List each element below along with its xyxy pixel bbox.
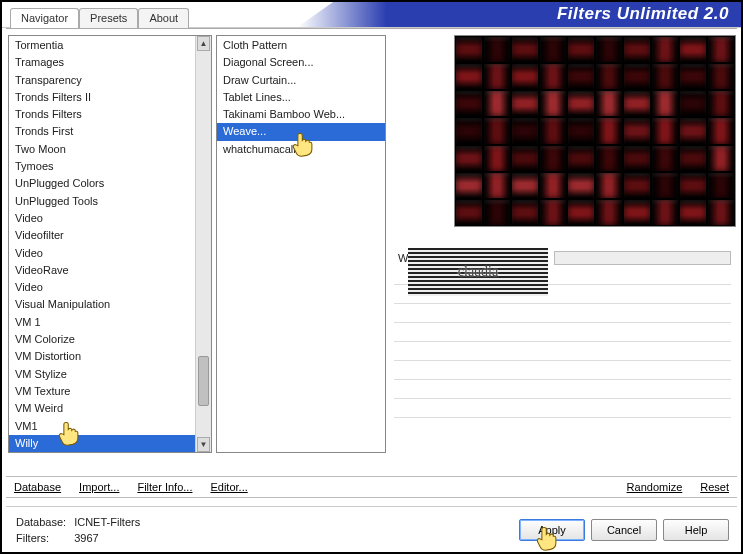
list-item[interactable]: Tablet Lines... xyxy=(217,89,385,106)
footer-info: Database: ICNET-Filters Filters: 3967 xyxy=(14,513,142,547)
reset-link[interactable]: Reset xyxy=(700,481,729,493)
slider-row-empty xyxy=(394,325,731,343)
footer-bar: Database: ICNET-Filters Filters: 3967 Ap… xyxy=(6,506,737,552)
scroll-down-icon[interactable]: ▼ xyxy=(197,437,210,452)
list-item[interactable]: Draw Curtain... xyxy=(217,72,385,89)
list-item[interactable]: VM Texture xyxy=(9,383,211,400)
cancel-button[interactable]: Cancel xyxy=(591,519,657,541)
scroll-thumb[interactable] xyxy=(198,356,209,406)
list-item[interactable]: Willy xyxy=(9,435,211,452)
list-item[interactable]: UnPlugged Colors xyxy=(9,175,211,192)
help-button[interactable]: Help xyxy=(663,519,729,541)
list-item[interactable]: Visual Manipulation xyxy=(9,296,211,313)
link-button-bar: Database Import... Filter Info... Editor… xyxy=(6,476,737,498)
slider-row-empty xyxy=(394,401,731,419)
categories-scrollbar[interactable]: ▲ ▼ xyxy=(195,36,211,452)
list-item[interactable]: Videofilter xyxy=(9,227,211,244)
list-item[interactable]: Video xyxy=(9,210,211,227)
list-item[interactable]: Cloth Pattern xyxy=(217,37,385,54)
filters-count-label: Filters: xyxy=(16,531,72,545)
list-item[interactable]: Tymoes xyxy=(9,158,211,175)
tab-navigator[interactable]: Navigator xyxy=(10,8,79,28)
list-item[interactable]: whatchumacallit xyxy=(217,141,385,158)
slider-row-empty xyxy=(394,344,731,362)
randomize-link[interactable]: Randomize xyxy=(627,481,683,493)
list-item[interactable]: VM1 xyxy=(9,418,211,435)
list-item[interactable]: Tronds Filters II xyxy=(9,89,211,106)
db-value: ICNET-Filters xyxy=(74,515,140,529)
list-item[interactable]: VM Distortion xyxy=(9,348,211,365)
list-item[interactable]: Two Moon xyxy=(9,141,211,158)
scroll-up-icon[interactable]: ▲ xyxy=(197,36,210,51)
tab-about[interactable]: About xyxy=(138,8,189,28)
list-item[interactable]: Video xyxy=(9,279,211,296)
tab-bar: NavigatorPresetsAbout xyxy=(10,8,189,28)
list-item[interactable]: Video xyxy=(9,245,211,262)
apply-button[interactable]: Apply xyxy=(519,519,585,541)
import-link[interactable]: Import... xyxy=(79,481,119,493)
list-item[interactable]: VM Colorize xyxy=(9,331,211,348)
app-title: Filters Unlimited 2.0 xyxy=(557,4,729,24)
list-item[interactable]: VM Weird xyxy=(9,400,211,417)
list-item[interactable]: VideoRave xyxy=(9,262,211,279)
list-item[interactable]: Diagonal Screen... xyxy=(217,54,385,71)
slider-row-empty xyxy=(394,306,731,324)
list-item[interactable]: VM 1 xyxy=(9,314,211,331)
filters-column: Cloth PatternDiagonal Screen...Draw Curt… xyxy=(214,35,388,502)
slider-row-empty xyxy=(394,363,731,381)
db-label: Database: xyxy=(16,515,72,529)
watermark-badge: claudia xyxy=(408,248,548,296)
database-link[interactable]: Database xyxy=(14,481,61,493)
list-item[interactable]: UnPlugged Tools xyxy=(9,193,211,210)
tab-presets[interactable]: Presets xyxy=(79,8,138,28)
list-item[interactable]: Weave... xyxy=(217,123,385,140)
filters-count-value: 3967 xyxy=(74,531,140,545)
categories-listbox[interactable]: TormentiaTramagesTransparencyTronds Filt… xyxy=(8,35,212,453)
main-panel: TormentiaTramagesTransparencyTronds Filt… xyxy=(6,28,737,502)
list-item[interactable]: Takinami Bamboo Web... xyxy=(217,106,385,123)
slider-row-empty xyxy=(394,382,731,400)
filterinfo-link[interactable]: Filter Info... xyxy=(137,481,192,493)
list-item[interactable]: Transparency xyxy=(9,72,211,89)
list-item[interactable]: Tronds First xyxy=(9,123,211,140)
categories-column: TormentiaTramagesTransparencyTronds Filt… xyxy=(6,35,214,502)
slider-track[interactable] xyxy=(554,251,731,265)
title-banner: Filters Unlimited 2.0 NavigatorPresetsAb… xyxy=(2,2,741,28)
editor-link[interactable]: Editor... xyxy=(210,481,247,493)
list-item[interactable]: Tormentia xyxy=(9,37,211,54)
list-item[interactable]: VM Stylize xyxy=(9,366,211,383)
list-item[interactable]: Tramages xyxy=(9,54,211,71)
list-item[interactable]: °v° Kiwi`s Oelfilter xyxy=(9,452,211,453)
list-item[interactable]: Tronds Filters xyxy=(9,106,211,123)
preview-image xyxy=(454,35,736,227)
filters-listbox[interactable]: Cloth PatternDiagonal Screen...Draw Curt… xyxy=(216,35,386,453)
